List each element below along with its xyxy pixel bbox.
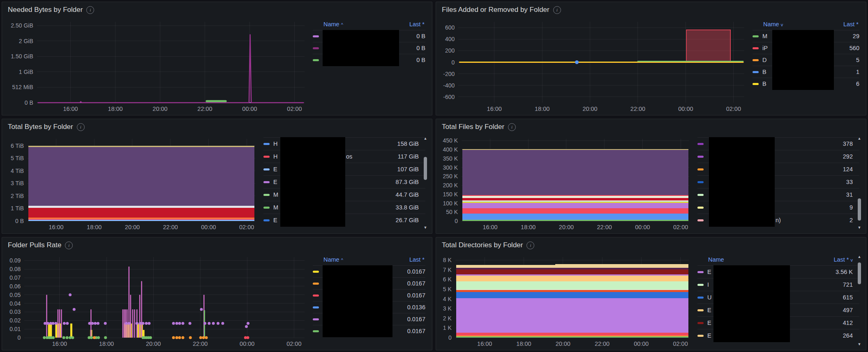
panel-header[interactable]: Total Bytes by Folderi [2, 119, 432, 134]
series-color-pill[interactable] [263, 194, 270, 196]
legend-row[interactable]: 31 [697, 188, 859, 201]
legend-last-header[interactable]: Last * [843, 21, 859, 28]
legend-last-header[interactable]: Last * [409, 256, 425, 263]
panel-header[interactable]: Needed Bytes by Folderi [2, 2, 432, 17]
legend-row[interactable]: Hos117 GiB [263, 150, 425, 163]
scrollbar-thumb[interactable] [424, 157, 427, 180]
series-color-pill[interactable] [313, 306, 319, 308]
series-color-pill[interactable] [697, 156, 704, 158]
legend-row[interactable]: 0 B [313, 30, 425, 42]
legend-row[interactable]: 292 [697, 150, 859, 163]
legend-row[interactable]: n)2 [697, 214, 859, 226]
series-color-pill[interactable] [753, 59, 759, 61]
chart-canvas[interactable]: 0 B512 MiB1 GiB1.50 GiB2 GiB2.50 GiB16:0… [5, 18, 309, 113]
series-color-pill[interactable] [313, 330, 319, 332]
series-color-pill[interactable] [753, 83, 759, 85]
series-color-pill[interactable] [697, 143, 704, 145]
chart-canvas[interactable]: 00.010.020.030.040.050.060.070.080.0916:… [5, 253, 309, 348]
series-color-pill[interactable] [313, 294, 319, 297]
series-color-pill[interactable] [697, 207, 704, 209]
legend-row[interactable]: H158 GiB [263, 137, 425, 150]
legend-row[interactable]: E3.56 K [697, 265, 859, 278]
info-icon[interactable]: i [65, 242, 73, 249]
legend-row[interactable]: 0.0167 [313, 325, 425, 337]
legend-row[interactable]: 33 [697, 175, 859, 188]
scroll-up-icon[interactable]: ▲ [424, 136, 427, 141]
series-color-pill[interactable] [697, 309, 704, 311]
series-color-pill[interactable] [753, 71, 759, 73]
panel-header[interactable]: Total Files by Folderi [436, 119, 866, 134]
scrollbar-thumb[interactable] [858, 262, 861, 284]
scrollbar-track[interactable] [422, 141, 428, 225]
series-color-pill[interactable] [263, 156, 270, 158]
series-color-pill[interactable] [313, 35, 319, 37]
legend-row[interactable]: E497 [697, 304, 859, 316]
info-icon[interactable]: i [86, 6, 94, 14]
legend-row[interactable]: 0.0167 [313, 289, 425, 301]
series-color-pill[interactable] [697, 194, 704, 196]
series-color-pill[interactable] [697, 181, 704, 183]
panel-header[interactable]: Folder Pulls Ratei [2, 237, 432, 252]
legend-scrollbar[interactable]: ▲▼ [856, 255, 862, 347]
series-color-pill[interactable] [313, 318, 319, 320]
series-color-pill[interactable] [753, 47, 759, 49]
series-color-pill[interactable] [697, 219, 704, 221]
legend-row[interactable]: 378 [697, 137, 859, 150]
series-color-pill[interactable] [697, 284, 704, 286]
legend-row[interactable]: M44.7 GiB [263, 188, 425, 201]
series-color-pill[interactable] [697, 271, 704, 273]
legend-row[interactable]: B6 [753, 78, 859, 90]
legend-row[interactable]: E87.3 GiB [263, 175, 425, 188]
scroll-up-icon[interactable]: ▲ [858, 255, 861, 259]
scrollbar-thumb[interactable] [858, 198, 861, 221]
series-color-pill[interactable] [263, 207, 270, 209]
chart-canvas[interactable]: 0 B1 TiB2 TiB3 TiB4 TiB5 TiB6 TiB16:0018… [5, 135, 259, 232]
info-icon[interactable]: i [508, 123, 516, 131]
legend-last-header[interactable]: Last *v [833, 256, 853, 263]
legend-name-header[interactable]: Name^ [323, 256, 343, 263]
legend-row[interactable]: 0 B [313, 54, 425, 66]
legend-row[interactable]: iP560 [753, 42, 859, 54]
series-color-pill[interactable] [697, 322, 704, 324]
legend-row[interactable]: 0 B [313, 42, 425, 54]
legend-row[interactable]: I721 [697, 278, 859, 291]
series-color-pill[interactable] [697, 297, 704, 299]
scrollbar-track[interactable] [856, 141, 862, 225]
panel-header[interactable]: Files Added or Removed by Folderi [436, 2, 866, 17]
legend-row[interactable]: 0.0167 [313, 277, 425, 289]
legend-row[interactable]: 0.0136 [313, 301, 425, 313]
legend-row[interactable]: E412 [697, 316, 859, 329]
legend-row[interactable]: E107 GiB [263, 163, 425, 175]
info-icon[interactable]: i [526, 242, 534, 249]
legend-row[interactable]: 124 [697, 163, 859, 175]
series-color-pill[interactable] [753, 35, 759, 37]
legend-row[interactable]: B1 [753, 66, 859, 78]
scroll-down-icon[interactable]: ▼ [424, 225, 427, 230]
legend-row[interactable]: D5 [753, 54, 859, 66]
legend-row[interactable]: 0.0167 [313, 265, 425, 277]
scroll-down-icon[interactable]: ▼ [858, 342, 861, 347]
series-color-pill[interactable] [263, 168, 270, 170]
legend-row[interactable]: M29 [753, 30, 859, 42]
info-icon[interactable]: i [77, 123, 85, 131]
legend-row[interactable]: 0.0167 [313, 313, 425, 325]
scroll-up-icon[interactable]: ▲ [858, 136, 861, 141]
panel-header[interactable]: Total Directories by Folderi [436, 237, 866, 252]
legend-row[interactable]: 9 [697, 201, 859, 214]
chart-canvas[interactable]: -600-400-200020040060016:0018:0020:0022:… [439, 18, 748, 113]
legend-row[interactable]: M33.8 GiB [263, 201, 425, 214]
legend-name-header[interactable]: Name^ [323, 21, 343, 28]
legend-scrollbar[interactable]: ▲▼ [856, 136, 862, 230]
legend-last-header[interactable]: Last * [409, 21, 425, 28]
series-color-pill[interactable] [263, 181, 270, 183]
legend-name-header[interactable]: Name [708, 256, 724, 263]
legend-row[interactable]: E26.7 GiB [263, 214, 425, 226]
legend-name-header[interactable]: Namev [763, 21, 783, 28]
scroll-down-icon[interactable]: ▼ [858, 225, 861, 230]
series-color-pill[interactable] [313, 283, 319, 285]
chart-canvas[interactable]: 050 K100 K150 K200 K250 K300 K350 K400 K… [439, 135, 693, 232]
chart-canvas[interactable]: 01 K2 K3 K4 K5 K6 K7 K8 K16:0018:0020:00… [439, 253, 693, 348]
series-color-pill[interactable] [313, 271, 319, 273]
series-color-pill[interactable] [263, 143, 270, 145]
series-color-pill[interactable] [313, 59, 319, 61]
